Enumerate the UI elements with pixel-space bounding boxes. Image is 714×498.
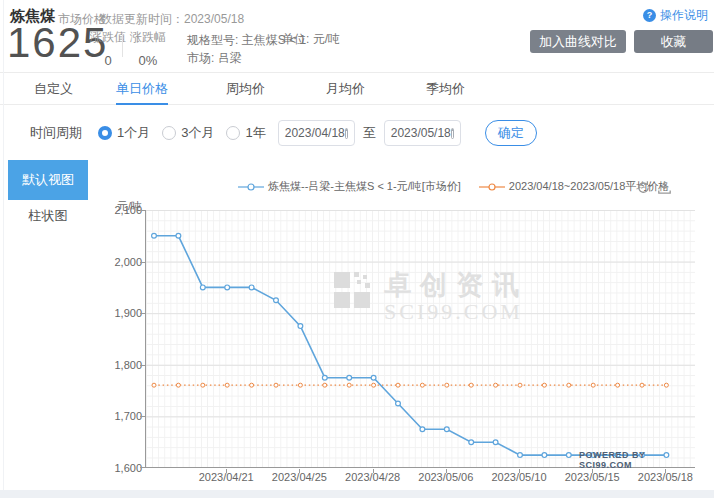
average-point[interactable] — [567, 383, 571, 387]
calendar-icon — [345, 128, 348, 139]
price-point[interactable] — [444, 427, 449, 432]
radio-3-month-label: 3个月 — [181, 124, 214, 142]
update-time: 数据更新时间：2023/05/18 — [100, 11, 244, 28]
average-point[interactable] — [518, 383, 522, 387]
x-axis-tick — [299, 469, 300, 473]
sidebar-item-bar-chart[interactable]: 柱状图 — [8, 207, 88, 225]
average-point[interactable] — [176, 383, 180, 387]
tab-monthly-avg[interactable]: 月均价 — [326, 73, 365, 105]
average-point[interactable] — [591, 383, 595, 387]
average-point[interactable] — [274, 383, 278, 387]
average-point[interactable] — [250, 383, 254, 387]
price-point[interactable] — [566, 453, 571, 458]
average-point[interactable] — [396, 383, 400, 387]
average-point[interactable] — [616, 383, 620, 387]
legend-marker-line-circle-icon — [479, 182, 505, 192]
change-pct: 0% — [128, 53, 168, 68]
x-axis-tick — [373, 469, 374, 473]
average-point[interactable] — [664, 383, 668, 387]
legend-price-series[interactable]: 炼焦煤--吕梁-主焦煤S < 1-元/吨[市场价] — [238, 179, 461, 194]
date-to-value: 2023/05/18 — [391, 126, 451, 140]
average-point[interactable] — [542, 383, 546, 387]
y-axis-label: 1,900 — [102, 307, 142, 319]
coking-coal-price-page: 炼焦煤 市场价格 数据更新时间：2023/05/18 1625 涨跌值 0 涨跌… — [0, 0, 714, 498]
plot-area[interactable]: 卓创资讯 SCI99.COM POWERED BY SCI99.COM — [145, 210, 695, 468]
price-point[interactable] — [518, 453, 523, 458]
x-axis-tick — [592, 469, 593, 473]
calendar-icon — [451, 128, 454, 139]
y-axis-tick — [140, 467, 145, 468]
update-time-label: 数据更新时间： — [100, 12, 184, 26]
y-axis-label: 1,800 — [102, 359, 142, 371]
average-point[interactable] — [494, 383, 498, 387]
price-point[interactable] — [200, 285, 205, 290]
confirm-button[interactable]: 确定 — [485, 120, 537, 146]
price-point[interactable] — [371, 375, 376, 380]
price-point[interactable] — [322, 375, 327, 380]
divider — [122, 33, 123, 57]
average-point[interactable] — [323, 383, 327, 387]
average-point[interactable] — [445, 383, 449, 387]
price-point[interactable] — [542, 453, 547, 458]
tab-daily-price[interactable]: 单日价格 — [116, 73, 168, 105]
average-point[interactable] — [372, 383, 376, 387]
download-icon[interactable] — [657, 180, 672, 199]
favorite-button[interactable]: 收藏 — [634, 30, 713, 53]
tab-custom[interactable]: 自定义 — [34, 73, 73, 105]
average-point[interactable] — [225, 383, 229, 387]
y-axis-label: 2,100 — [102, 204, 142, 216]
average-point[interactable] — [640, 383, 644, 387]
y-axis-tick — [140, 365, 145, 366]
y-axis-tick — [140, 262, 145, 263]
radio-selected-icon — [98, 126, 112, 140]
divider — [3, 0, 4, 490]
average-point[interactable] — [420, 383, 424, 387]
radio-1-year[interactable]: 1年 — [226, 124, 265, 142]
price-point[interactable] — [347, 375, 352, 380]
help-link[interactable]: ? 操作说明 — [643, 7, 708, 24]
period-label: 时间周期 — [30, 124, 82, 142]
price-point[interactable] — [274, 298, 279, 303]
update-time-value: 2023/05/18 — [184, 12, 244, 26]
average-point[interactable] — [201, 383, 205, 387]
x-axis-tick — [446, 469, 447, 473]
date-to-input[interactable]: 2023/05/18 — [384, 120, 461, 146]
filter-row: 时间周期 1个月 3个月 1年 2023/04/18 至 2023/05/18 … — [30, 117, 537, 149]
price-point[interactable] — [493, 440, 498, 445]
price-point[interactable] — [396, 401, 401, 406]
y-axis-label: 2,000 — [102, 256, 142, 268]
radio-1-year-label: 1年 — [245, 124, 265, 142]
tab-weekly-avg[interactable]: 周均价 — [226, 73, 265, 105]
radio-1-month[interactable]: 1个月 — [98, 124, 150, 142]
y-axis-label: 1,600 — [102, 462, 142, 474]
average-point[interactable] — [347, 383, 351, 387]
sidebar-item-default-view[interactable]: 默认视图 — [8, 160, 88, 200]
tab-bar: 自定义 单日价格 周均价 月均价 季均价 — [0, 72, 714, 105]
to-label: 至 — [363, 124, 376, 142]
page-background-strip — [0, 490, 714, 498]
average-point[interactable] — [152, 383, 156, 387]
add-curve-compare-button[interactable]: 加入曲线对比 — [530, 30, 626, 53]
price-point[interactable] — [420, 427, 425, 432]
refresh-icon[interactable] — [636, 180, 651, 199]
price-point[interactable] — [249, 285, 254, 290]
legend-marker-line-circle-icon — [238, 182, 264, 192]
chart-canvas[interactable] — [146, 210, 696, 468]
price-point[interactable] — [176, 233, 181, 238]
date-from-value: 2023/04/18 — [285, 126, 345, 140]
price-point[interactable] — [152, 233, 157, 238]
y-axis-tick — [140, 313, 145, 314]
average-point[interactable] — [298, 383, 302, 387]
tab-quarterly-avg[interactable]: 季均价 — [426, 73, 465, 105]
price-point[interactable] — [298, 324, 303, 329]
price-point[interactable] — [469, 440, 474, 445]
average-point[interactable] — [469, 383, 473, 387]
x-axis-tick — [226, 469, 227, 473]
change-pct-label: 涨跌幅 — [128, 29, 168, 46]
help-label: 操作说明 — [660, 7, 708, 24]
price-point[interactable] — [225, 285, 230, 290]
market-label: 市场: 吕梁 — [187, 49, 306, 67]
y-axis-label: 1,700 — [102, 410, 142, 422]
radio-3-month[interactable]: 3个月 — [162, 124, 214, 142]
date-from-input[interactable]: 2023/04/18 — [278, 120, 355, 146]
